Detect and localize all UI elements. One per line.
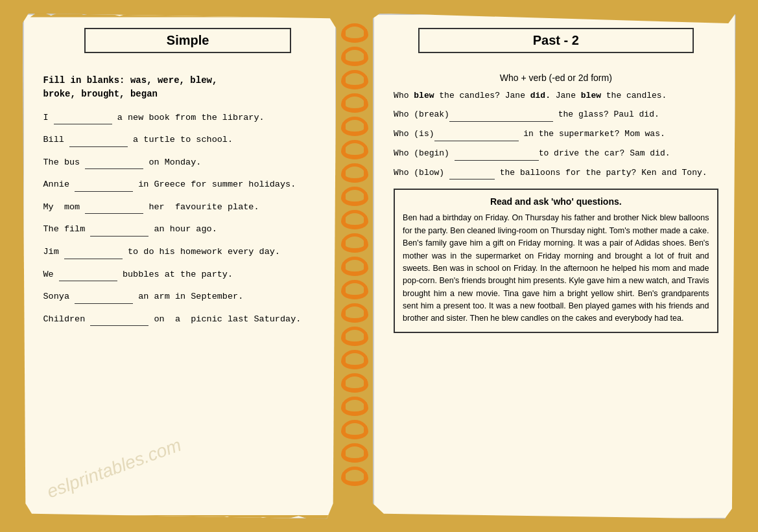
blank-3[interactable] bbox=[85, 155, 143, 170]
blank-6[interactable] bbox=[90, 222, 148, 237]
who-subtitle: Who + verb (-ed or 2d form) bbox=[394, 73, 718, 83]
spiral-ring-14 bbox=[341, 327, 368, 346]
sentence-4: Annie in Greece for summer holidays. bbox=[43, 177, 319, 192]
spiral-ring-12 bbox=[341, 280, 368, 299]
sentence-5: My mom her favourite plate. bbox=[43, 200, 319, 214]
right-page: Past - 2 Who + verb (-ed or 2d form) Who… bbox=[373, 14, 735, 519]
who-row-1: Who blew the candles? Jane did. Jane ble… bbox=[394, 89, 718, 103]
sentence-2: Bill a turtle to school. bbox=[43, 132, 319, 147]
spiral-ring-8 bbox=[341, 187, 368, 206]
spiral-ring-6 bbox=[341, 140, 368, 159]
left-title: Simple bbox=[93, 33, 282, 48]
spiral-ring-2 bbox=[341, 47, 368, 66]
blank-5[interactable] bbox=[85, 200, 143, 214]
sentence-10: Children on a picnic last Saturday. bbox=[43, 312, 319, 327]
spiral-ring-11 bbox=[341, 257, 368, 276]
spiral-ring-10 bbox=[341, 233, 368, 253]
read-section-title: Read and ask 'who' questions. bbox=[403, 196, 709, 207]
blank-7[interactable] bbox=[64, 244, 123, 259]
spiral-ring-3 bbox=[341, 70, 368, 89]
spiral-ring-7 bbox=[341, 163, 368, 183]
watermark: eslprintables.com bbox=[44, 434, 184, 502]
sentence-1: I a new book from the library. bbox=[43, 110, 319, 125]
who-row-2: Who (break) the glass? Paul did. bbox=[394, 108, 718, 122]
spiral-ring-1 bbox=[341, 23, 368, 43]
sentence-8: We bubbles at the party. bbox=[43, 267, 319, 282]
sentence-9: Sonya an arm in September. bbox=[43, 289, 319, 304]
blank-2[interactable] bbox=[69, 132, 128, 147]
right-title-box: Past - 2 bbox=[418, 28, 694, 53]
blank-10[interactable] bbox=[90, 312, 148, 327]
left-page: Simple Fill in blanks: was, were, blew, … bbox=[23, 14, 337, 519]
blank-9[interactable] bbox=[75, 289, 133, 304]
who-row-3: Who (is) in the supermarket? Mom was. bbox=[394, 127, 718, 141]
spiral-ring-9 bbox=[341, 210, 368, 229]
who-row-5: Who (blow) the balloons for the party? K… bbox=[394, 166, 718, 180]
spiral-ring-4 bbox=[341, 93, 368, 113]
spiral-ring-13 bbox=[341, 303, 368, 323]
spiral-ring-15 bbox=[341, 350, 368, 369]
who-section: Who + verb (-ed or 2d form) Who blew the… bbox=[394, 73, 718, 180]
spiral-ring-16 bbox=[341, 373, 368, 393]
spiral-ring-19 bbox=[341, 443, 368, 463]
sentence-7: Jim to do his homework every day. bbox=[43, 244, 319, 259]
spiral-ring-20 bbox=[341, 467, 368, 486]
right-title: Past - 2 bbox=[427, 33, 685, 48]
spiral-ring-17 bbox=[341, 397, 368, 416]
spiral-ring-18 bbox=[341, 420, 368, 439]
left-title-box: Simple bbox=[84, 28, 291, 53]
sentence-3: The bus on Monday. bbox=[43, 155, 319, 170]
fill-instruction: Fill in blanks: was, were, blew, broke, … bbox=[43, 74, 319, 101]
read-text: Ben had a birthday on Friday. On Thursda… bbox=[403, 212, 709, 325]
spiral-ring-5 bbox=[341, 117, 368, 136]
blank-4[interactable] bbox=[75, 177, 133, 192]
sentence-6: The film an hour ago. bbox=[43, 222, 319, 237]
who-row-4: Who (begin) to drive the car? Sam did. bbox=[394, 146, 718, 161]
read-section: Read and ask 'who' questions. Ben had a … bbox=[394, 189, 718, 332]
blank-1[interactable] bbox=[54, 110, 112, 125]
spiral-binding bbox=[337, 14, 373, 519]
blank-8[interactable] bbox=[59, 267, 117, 282]
